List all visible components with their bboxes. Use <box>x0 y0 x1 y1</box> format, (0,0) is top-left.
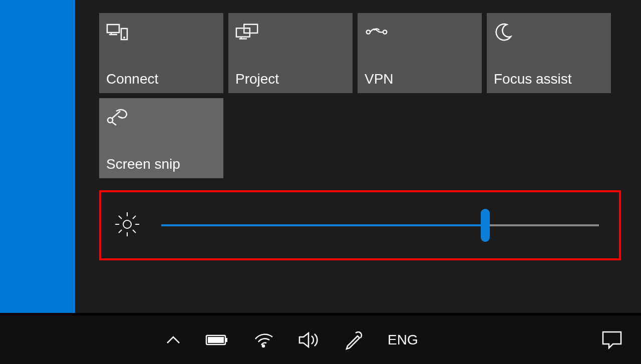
tile-label: Project <box>235 71 345 87</box>
project-icon <box>235 22 259 42</box>
connect-icon <box>106 22 130 42</box>
tile-label: Connect <box>106 71 215 87</box>
vpn-icon <box>365 22 389 42</box>
tile-screen-snip[interactable]: Screen snip <box>99 98 223 178</box>
action-center-icon[interactable] <box>601 330 623 350</box>
svg-line-14 <box>112 122 116 125</box>
desktop-blue-edge <box>0 0 75 313</box>
slider-thumb[interactable] <box>481 209 490 242</box>
svg-line-22 <box>119 230 122 233</box>
brightness-icon <box>113 210 141 240</box>
volume-icon[interactable] <box>298 331 319 349</box>
svg-marker-28 <box>299 333 308 347</box>
tile-vpn[interactable]: VPN <box>358 13 482 93</box>
taskbar: ENG <box>0 315 641 364</box>
tile-connect[interactable]: Connect <box>99 13 223 93</box>
svg-point-15 <box>123 220 131 228</box>
tile-project[interactable]: Project <box>228 13 353 93</box>
brightness-highlight-box <box>99 190 621 260</box>
language-indicator[interactable]: ENG <box>388 332 418 348</box>
svg-rect-0 <box>107 25 119 33</box>
moon-icon <box>494 22 518 42</box>
tile-label: VPN <box>365 71 474 87</box>
tray-overflow-chevron-icon[interactable] <box>165 335 181 345</box>
svg-point-10 <box>383 30 387 34</box>
slider-fill <box>161 224 485 226</box>
svg-rect-25 <box>225 338 227 342</box>
svg-point-11 <box>108 118 113 123</box>
screen-snip-icon <box>106 107 130 127</box>
slider-track <box>161 224 599 226</box>
svg-point-27 <box>262 345 264 347</box>
brightness-slider[interactable] <box>161 215 599 235</box>
tile-label: Screen snip <box>106 156 215 172</box>
svg-point-4 <box>124 37 125 39</box>
svg-line-21 <box>133 230 136 233</box>
wifi-icon[interactable] <box>252 331 274 349</box>
tile-focus-assist[interactable]: Focus assist <box>487 13 611 93</box>
language-label: ENG <box>388 332 418 348</box>
tile-label: Focus assist <box>494 71 603 87</box>
svg-point-9 <box>367 30 370 34</box>
quick-action-tiles: Connect Project <box>99 13 621 178</box>
action-center-panel: Connect Project <box>75 0 641 313</box>
pen-icon[interactable] <box>344 330 364 350</box>
svg-line-23 <box>133 216 136 219</box>
svg-line-20 <box>119 216 122 219</box>
battery-icon[interactable] <box>205 333 228 346</box>
svg-rect-26 <box>208 337 224 343</box>
